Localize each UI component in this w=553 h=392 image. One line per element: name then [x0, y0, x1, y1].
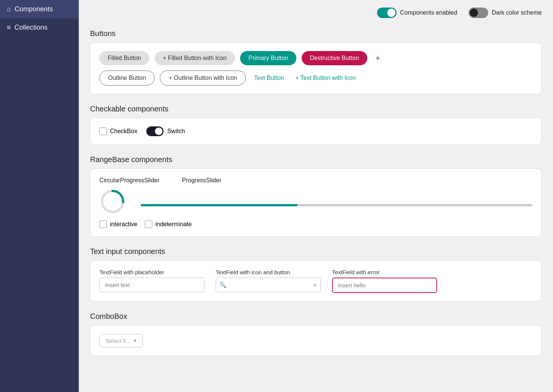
text-button-with-icon[interactable]: + Text Button with Icon — [292, 71, 359, 85]
sidebar-item-collections-label: Collections — [15, 24, 48, 32]
buttons-section-box: Filled Button + Filled Button with Icon … — [90, 42, 542, 94]
text-field-2-label: TextField with icon and button — [216, 269, 321, 275]
text-field-3-group: TextField with error — [332, 269, 437, 293]
checkbox-label: CheckBox — [110, 128, 137, 135]
outline-button-with-icon[interactable]: + Outline Button with Icon — [160, 71, 246, 86]
text-field-2-group: TextField with icon and button 🔍 ✕ — [216, 269, 321, 292]
switch-toggle[interactable] — [146, 126, 164, 136]
circular-label: CircularProgressSlider — [99, 177, 159, 184]
text-inputs-row: TextField with placeholder TextField wit… — [99, 269, 532, 293]
dark-scheme-toggle-label: Dark color scheme — [492, 9, 542, 16]
text-button[interactable]: Text Button — [251, 71, 287, 85]
indeterminate-checkbox[interactable]: indeterminate — [145, 221, 192, 228]
progress-track[interactable] — [141, 204, 532, 206]
combobox-section-title: ComboBox — [90, 312, 542, 321]
rangebase-checkboxes: interactive indeterminate — [99, 221, 532, 228]
text-field-1-group: TextField with placeholder — [99, 269, 204, 292]
switch-item[interactable]: Switch — [146, 126, 185, 136]
text-field-2-input[interactable] — [216, 278, 321, 292]
home-icon: ⌂ — [7, 5, 11, 13]
rangebase-labels: CircularProgressSlider ProgressSlider — [99, 177, 532, 184]
components-toggle-label: Components enabled — [400, 9, 457, 16]
filled-button[interactable]: Filled Button — [99, 51, 149, 65]
dark-scheme-toggle-thumb — [470, 9, 478, 17]
buttons-row-2: Outline Button + Outline Button with Ico… — [99, 71, 532, 86]
checkable-section-title: Checkable components — [90, 105, 542, 113]
main-content: Components enabled Dark color scheme But… — [79, 0, 553, 392]
add-button[interactable]: + — [373, 52, 383, 65]
progress-fill — [141, 204, 298, 206]
textinput-section-title: Text input components — [90, 247, 542, 256]
text-field-3-label: TextField with error — [332, 269, 437, 275]
buttons-row-1: Filled Button + Filled Button with Icon … — [99, 51, 532, 65]
slider-label: ProgressSlider — [182, 177, 221, 184]
switch-thumb — [155, 128, 162, 135]
checkbox-item[interactable]: CheckBox — [99, 128, 137, 135]
text-field-1-input[interactable] — [99, 278, 204, 292]
top-bar: Components enabled Dark color scheme — [90, 8, 542, 18]
components-enabled-toggle[interactable] — [377, 8, 397, 18]
combobox-section-box: Select it... ▾ — [90, 325, 542, 356]
destructive-button[interactable]: Destructive Button — [302, 51, 367, 65]
dark-scheme-toggle-group[interactable]: Dark color scheme — [469, 8, 542, 18]
search-icon: 🔍 — [219, 282, 227, 288]
checkbox-box[interactable] — [99, 128, 107, 135]
filled-button-with-icon[interactable]: + Filled Button with Icon — [155, 51, 235, 65]
combobox-label: Select it... — [106, 338, 131, 344]
text-field-2-wrapper: 🔍 ✕ — [216, 278, 321, 292]
dark-scheme-toggle[interactable] — [469, 8, 488, 18]
indeterminate-label: indeterminate — [155, 221, 192, 228]
rangebase-section-box: CircularProgressSlider ProgressSlider i — [90, 168, 542, 237]
progress-slider-container[interactable] — [141, 197, 532, 206]
interactive-label: interactive — [110, 221, 137, 228]
checkable-section-box: CheckBox Switch — [90, 118, 542, 145]
indeterminate-checkbox-box[interactable] — [145, 221, 152, 228]
checkable-row: CheckBox Switch — [99, 126, 532, 136]
switch-label: Switch — [167, 128, 185, 135]
combobox[interactable]: Select it... ▾ — [99, 334, 143, 347]
rangebase-section-title: RangeBase components — [90, 155, 542, 164]
sidebar-item-components[interactable]: ⌂ Components — [0, 0, 79, 18]
sidebar-item-collections[interactable]: ≡ Collections — [0, 18, 79, 37]
progress-row — [99, 188, 532, 215]
outline-button[interactable]: Outline Button — [99, 71, 155, 86]
components-toggle-group[interactable]: Components enabled — [377, 8, 457, 18]
circular-progress[interactable] — [99, 188, 126, 215]
circular-progress-svg — [99, 188, 126, 215]
primary-button[interactable]: Primary Button — [240, 51, 296, 65]
components-toggle-thumb — [387, 9, 395, 17]
text-field-1-label: TextField with placeholder — [99, 269, 204, 275]
clear-icon[interactable]: ✕ — [313, 282, 317, 288]
textinput-section-box: TextField with placeholder TextField wit… — [90, 260, 542, 302]
buttons-section-title: Buttons — [90, 29, 542, 38]
interactive-checkbox[interactable]: interactive — [99, 221, 137, 228]
sidebar-item-components-label: Components — [15, 5, 53, 13]
combobox-arrow-icon: ▾ — [134, 337, 137, 344]
list-icon: ≡ — [7, 24, 11, 32]
text-field-3-input[interactable] — [332, 278, 437, 293]
sidebar: ⌂ Components ≡ Collections — [0, 0, 79, 392]
interactive-checkbox-box[interactable] — [99, 221, 107, 228]
